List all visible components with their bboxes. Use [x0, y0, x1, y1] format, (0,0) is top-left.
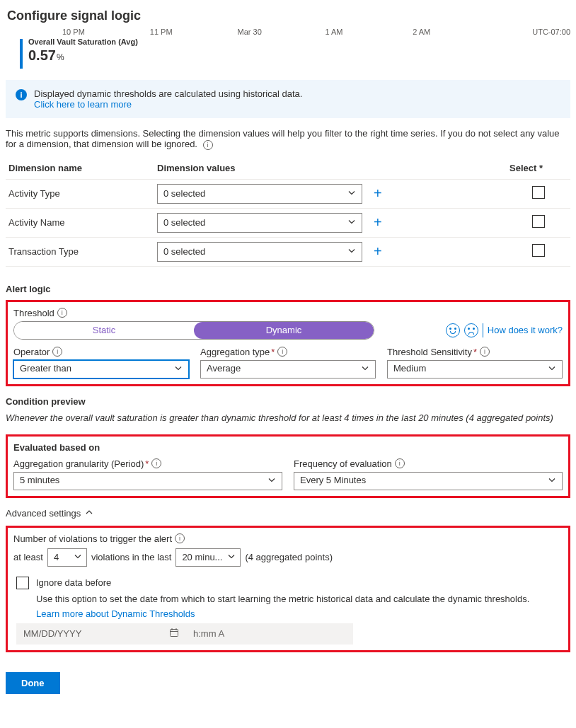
info-icon[interactable]: i: [480, 347, 490, 357]
page-title: Configure signal logic: [7, 8, 570, 23]
time-tick: Mar 30: [238, 28, 326, 36]
smile-icon[interactable]: [446, 323, 460, 337]
violation-count-select[interactable]: 4: [47, 548, 87, 567]
time-tick: 2 AM: [413, 28, 500, 36]
info-icon[interactable]: i: [151, 458, 161, 468]
add-dimension-value-button[interactable]: +: [368, 243, 388, 260]
date-placeholder: MM/DD/YYYY: [23, 628, 81, 639]
col-dimension-name: Dimension name: [6, 157, 154, 180]
info-icon[interactable]: i: [277, 347, 287, 357]
dimensions-intro: This metric supports dimensions. Selecti…: [6, 128, 570, 150]
divider: [483, 323, 483, 337]
info-banner: i Displayed dynamic thresholds are calcu…: [6, 80, 570, 118]
chevron-down-icon: [267, 475, 276, 486]
select-checkbox[interactable]: [532, 186, 545, 199]
chevron-down-icon: [347, 246, 356, 257]
col-dimension-values: Dimension values: [154, 157, 507, 180]
alert-logic-title: Alert logic: [6, 284, 570, 294]
chevron-down-icon: [548, 364, 556, 374]
time-tick: 1 AM: [325, 28, 413, 36]
aggregation-type-label: Aggregation type* i: [200, 347, 376, 357]
granularity-select[interactable]: 5 minutes: [13, 472, 282, 490]
violation-count-value: 4: [54, 552, 59, 562]
ignore-data-description: Use this option to set the date from whi…: [36, 594, 563, 604]
operator-label: Operator i: [13, 347, 189, 357]
sensitivity-value: Medium: [393, 363, 426, 374]
ignore-data-label: Ignore data before: [36, 577, 111, 588]
info-banner-text: Displayed dynamic thresholds are calcula…: [34, 88, 302, 99]
sad-icon[interactable]: [464, 323, 478, 337]
aggregated-points-text: (4 aggregated points): [245, 552, 333, 562]
metric-label: Overall Vault Saturation (Avg): [28, 37, 138, 46]
metric-color-bar: [20, 39, 23, 69]
alert-logic-section: Threshold i Static Dynamic How does it w…: [6, 300, 570, 386]
chevron-down-icon: [361, 364, 369, 374]
time-tick: 11 PM: [150, 28, 238, 36]
learn-more-link[interactable]: Click here to learn more: [34, 99, 132, 110]
time-tick-tz: UTC-07:00: [500, 28, 570, 36]
add-dimension-value-button[interactable]: +: [368, 185, 388, 202]
learn-dynamic-thresholds-link[interactable]: Learn more about Dynamic Thresholds: [36, 608, 195, 619]
dim-values-select[interactable]: 0 selected: [157, 213, 362, 233]
info-icon[interactable]: i: [395, 458, 405, 468]
metric-unit: %: [57, 52, 64, 62]
violations-label: Number of violations to trigger the aler…: [13, 533, 563, 544]
info-icon[interactable]: i: [175, 533, 185, 543]
dim-values-select[interactable]: 0 selected: [157, 184, 362, 204]
done-button[interactable]: Done: [6, 672, 60, 694]
metric-summary: Overall Vault Saturation (Avg) 0.57%: [20, 37, 570, 69]
select-checkbox[interactable]: [532, 215, 545, 228]
operator-value: Greater than: [20, 363, 71, 374]
sensitivity-select[interactable]: Medium: [387, 360, 563, 379]
how-does-it-work-link[interactable]: How does it work?: [488, 325, 563, 335]
in-last-text: violations in the last: [91, 552, 171, 562]
metric-number: 0.57: [28, 47, 56, 63]
info-icon[interactable]: i: [203, 140, 213, 150]
dim-name: Transaction Type: [6, 237, 154, 266]
calendar-icon: [169, 628, 179, 640]
time-placeholder: h:mm A: [193, 628, 224, 639]
condition-preview-title: Condition preview: [6, 396, 570, 407]
select-checkbox[interactable]: [532, 244, 545, 257]
threshold-label: Threshold i: [13, 308, 563, 318]
aggregation-type-select[interactable]: Average: [200, 360, 376, 379]
chart-time-axis: 10 PM 11 PM Mar 30 1 AM 2 AM UTC-07:00: [6, 28, 570, 36]
ignore-date-input[interactable]: MM/DD/YYYY: [16, 623, 186, 645]
add-dimension-value-button[interactable]: +: [368, 214, 388, 231]
granularity-value: 5 minutes: [20, 475, 59, 485]
at-least-text: at least: [13, 552, 43, 562]
dim-name: Activity Type: [6, 179, 154, 208]
chevron-down-icon: [548, 475, 556, 486]
ignore-time-input[interactable]: h:mm A: [186, 623, 353, 645]
info-icon[interactable]: i: [57, 308, 67, 318]
dimensions-intro-text: This metric supports dimensions. Selecti…: [6, 128, 560, 149]
advanced-settings-toggle[interactable]: Advanced settings: [6, 508, 570, 519]
advanced-settings-section: Number of violations to trigger the aler…: [6, 526, 570, 652]
dim-values-text: 0 selected: [163, 217, 205, 228]
aggregation-type-value: Average: [207, 363, 241, 374]
dim-values-text: 0 selected: [163, 188, 205, 199]
frequency-value: Every 5 Minutes: [300, 475, 366, 485]
operator-select[interactable]: Greater than: [13, 360, 189, 379]
table-row: Transaction Type 0 selected +: [6, 237, 570, 266]
dim-values-select[interactable]: 0 selected: [157, 242, 362, 262]
condition-preview-text: Whenever the overall vault saturation is…: [6, 412, 570, 423]
evaluated-title: Evaluated based on: [13, 442, 563, 453]
col-select: Select *: [507, 157, 570, 180]
table-row: Activity Name 0 selected +: [6, 208, 570, 237]
ignore-data-checkbox[interactable]: [16, 577, 29, 589]
table-row: Activity Type 0 selected +: [6, 179, 570, 208]
metric-value: 0.57%: [28, 47, 138, 64]
threshold-toggle: Static Dynamic: [13, 321, 374, 340]
info-icon[interactable]: i: [52, 347, 62, 357]
threshold-static-option[interactable]: Static: [14, 322, 194, 339]
dim-name: Activity Name: [6, 208, 154, 237]
info-icon: i: [16, 89, 27, 100]
threshold-dynamic-option[interactable]: Dynamic: [194, 322, 374, 339]
violation-window-select[interactable]: 20 minu...: [175, 548, 241, 567]
chevron-down-icon: [227, 552, 236, 562]
svg-rect-0: [171, 630, 178, 637]
frequency-select[interactable]: Every 5 Minutes: [294, 472, 563, 490]
chevron-down-icon: [347, 188, 356, 199]
time-tick: 10 PM: [62, 28, 150, 36]
